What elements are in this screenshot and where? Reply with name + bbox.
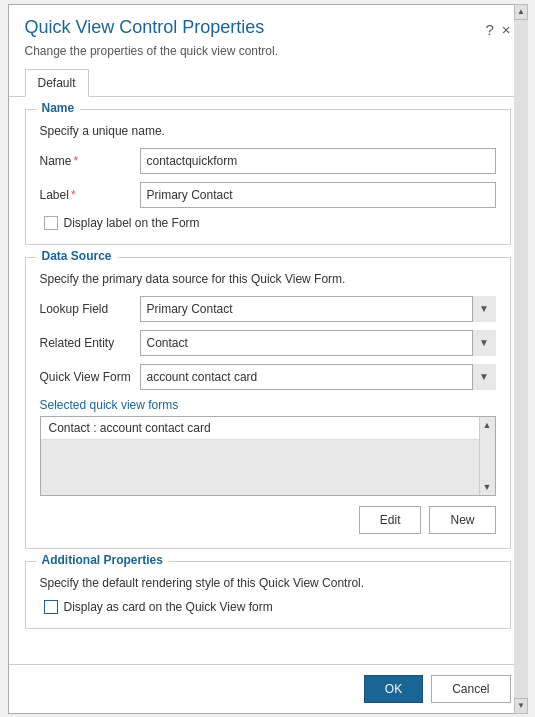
display-label-checkbox-label: Display label on the Form: [64, 216, 200, 230]
header-icons: ? ×: [485, 21, 510, 38]
lookup-field-row: Lookup Field Primary Contact ▼: [40, 296, 496, 322]
name-label: Name*: [40, 154, 140, 168]
additional-properties-legend: Additional Properties: [36, 553, 169, 567]
display-card-checkbox[interactable]: [44, 600, 58, 614]
related-entity-select[interactable]: Contact: [140, 330, 496, 356]
name-required-star: *: [74, 154, 79, 168]
outer-scroll-thumb: [514, 20, 528, 698]
additional-properties-desc: Specify the default rendering style of t…: [40, 576, 496, 590]
label-input[interactable]: [140, 182, 496, 208]
listbox-scroll-up-icon[interactable]: ▲: [480, 417, 495, 433]
lookup-field-label: Lookup Field: [40, 302, 140, 316]
data-source-section: Data Source Specify the primary data sou…: [25, 257, 511, 549]
label-required-star: *: [71, 188, 76, 202]
display-card-checkbox-row: Display as card on the Quick View form: [44, 600, 496, 614]
close-icon[interactable]: ×: [502, 21, 511, 38]
name-row: Name*: [40, 148, 496, 174]
related-entity-row: Related Entity Contact ▼: [40, 330, 496, 356]
additional-properties-section: Additional Properties Specify the defaul…: [25, 561, 511, 629]
listbox-scroll-track: [480, 433, 495, 479]
outer-scroll-down-icon[interactable]: ▼: [514, 698, 528, 714]
dialog-header: Quick View Control Properties ? ×: [9, 5, 514, 44]
quick-view-form-select[interactable]: account contact card: [140, 364, 496, 390]
name-section-legend: Name: [36, 101, 81, 115]
quick-view-form-label: Quick View Form: [40, 370, 140, 384]
help-icon[interactable]: ?: [485, 21, 493, 38]
name-section: Name Specify a unique name. Name* Label*: [25, 109, 511, 245]
ok-button[interactable]: OK: [364, 675, 423, 703]
display-card-checkbox-label: Display as card on the Quick View form: [64, 600, 273, 614]
outer-scrollbar: ▲ ▼: [514, 4, 528, 714]
dialog-body: Name Specify a unique name. Name* Label*: [9, 97, 514, 664]
label-label: Label*: [40, 188, 140, 202]
dialog-subtitle: Change the properties of the quick view …: [9, 44, 514, 68]
data-source-legend: Data Source: [36, 249, 118, 263]
related-entity-select-wrapper: Contact ▼: [140, 330, 496, 356]
edit-button[interactable]: Edit: [359, 506, 422, 534]
lookup-field-select[interactable]: Primary Contact: [140, 296, 496, 322]
listbox-scrollbar: ▲ ▼: [479, 417, 495, 495]
new-button[interactable]: New: [429, 506, 495, 534]
dialog-footer: OK Cancel: [9, 664, 514, 713]
display-label-checkbox-row: Display label on the Form: [44, 216, 496, 230]
lookup-field-select-wrapper: Primary Contact ▼: [140, 296, 496, 322]
name-input[interactable]: [140, 148, 496, 174]
quick-view-form-select-wrapper: account contact card ▼: [140, 364, 496, 390]
display-label-checkbox[interactable]: [44, 216, 58, 230]
label-row: Label*: [40, 182, 496, 208]
data-source-desc: Specify the primary data source for this…: [40, 272, 496, 286]
name-section-desc: Specify a unique name.: [40, 124, 496, 138]
edit-new-button-row: Edit New: [40, 506, 496, 534]
selected-quick-view-label: Selected quick view forms: [40, 398, 496, 412]
cancel-button[interactable]: Cancel: [431, 675, 510, 703]
tabs-bar: Default: [9, 68, 514, 97]
listbox-scroll-down-icon[interactable]: ▼: [480, 479, 495, 495]
related-entity-label: Related Entity: [40, 336, 140, 350]
quick-view-form-row: Quick View Form account contact card ▼: [40, 364, 496, 390]
tab-default[interactable]: Default: [25, 69, 89, 97]
dialog-title: Quick View Control Properties: [25, 17, 486, 38]
outer-scroll-up-icon[interactable]: ▲: [514, 4, 528, 20]
quick-view-list-box: Contact : account contact card ▲ ▼: [40, 416, 496, 496]
list-item: Contact : account contact card: [41, 417, 495, 440]
